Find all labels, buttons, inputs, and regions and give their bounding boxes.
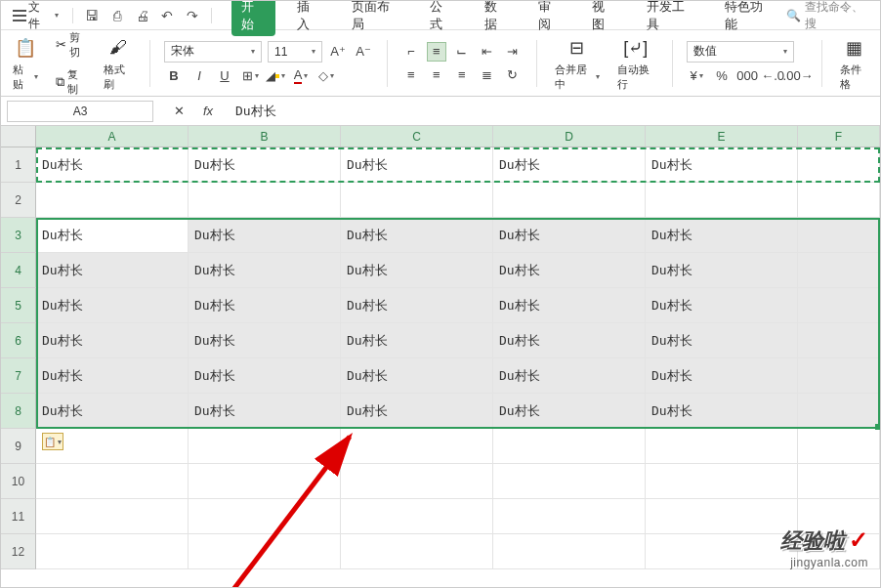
cell[interactable] (646, 534, 798, 569)
wrap-text-button[interactable]: [⤶] 自动换行 (613, 33, 659, 94)
cell[interactable] (646, 464, 798, 499)
cell[interactable]: Du村长 (36, 218, 189, 253)
cell[interactable]: Du村长 (189, 288, 341, 323)
underline-button[interactable]: U (215, 66, 234, 86)
percent-button[interactable]: % (712, 66, 732, 86)
cell[interactable] (341, 183, 493, 218)
italic-button[interactable]: I (189, 66, 209, 86)
row-header[interactable]: 1 (1, 147, 36, 183)
cell[interactable] (189, 534, 341, 569)
col-header-C[interactable]: C (341, 126, 493, 147)
cell[interactable] (189, 429, 341, 464)
tab-data[interactable]: 数据 (477, 0, 517, 37)
fill-color-button[interactable]: ◢▾ (266, 66, 285, 86)
cell[interactable] (798, 218, 880, 253)
formula-input[interactable]: Du村长 (228, 103, 880, 120)
fx-icon[interactable]: fx (198, 102, 218, 121)
cell[interactable]: Du村长 (493, 147, 646, 183)
cell[interactable] (36, 499, 189, 534)
format-painter-button[interactable]: 🖌 格式刷 (100, 33, 136, 94)
cell[interactable]: Du村长 (341, 358, 493, 394)
merge-center-button[interactable]: ⊟ 合并居中▾ (551, 33, 604, 94)
cell[interactable]: Du村长 (341, 147, 493, 183)
cell[interactable]: Du村长 (341, 253, 493, 288)
tab-features[interactable]: 特色功能 (717, 0, 782, 37)
redo-icon[interactable]: ↷ (182, 5, 203, 26)
copy-button[interactable]: ⧉复制 (52, 65, 90, 99)
col-header-A[interactable]: A (36, 126, 189, 147)
row-header[interactable]: 3 (1, 218, 36, 253)
increase-decimal-icon[interactable]: ←.0 (763, 66, 782, 86)
cell[interactable] (646, 499, 798, 534)
cell[interactable]: Du村长 (493, 253, 646, 288)
decrease-indent-icon[interactable]: ⇤ (478, 42, 497, 62)
tab-dev-tools[interactable]: 开发工具 (639, 0, 704, 37)
cell[interactable] (798, 147, 880, 183)
row-header[interactable]: 9 (1, 429, 36, 464)
clear-format-icon[interactable]: ◇▾ (316, 66, 336, 86)
cell[interactable]: Du村长 (189, 358, 341, 394)
cell[interactable] (493, 499, 646, 534)
cell[interactable] (798, 464, 880, 499)
cell[interactable] (36, 534, 189, 569)
print-icon[interactable]: 🖨 (132, 5, 153, 26)
row-header[interactable]: 4 (1, 253, 36, 288)
orientation-icon[interactable]: ↻ (503, 65, 523, 85)
row-header[interactable]: 6 (1, 323, 36, 358)
cell[interactable]: Du村长 (189, 394, 341, 429)
align-middle-icon[interactable]: ≡ (427, 42, 446, 62)
cell[interactable] (341, 429, 493, 464)
align-top-icon[interactable]: ⌐ (401, 42, 421, 62)
name-box[interactable]: A3 (7, 101, 153, 122)
cell[interactable]: Du村长 (646, 323, 798, 358)
tab-review[interactable]: 审阅 (530, 0, 570, 37)
increase-font-icon[interactable]: A⁺ (328, 42, 348, 62)
cell[interactable]: Du村长 (341, 394, 493, 429)
cell[interactable]: Du村长 (36, 358, 189, 394)
decrease-font-icon[interactable]: A⁻ (354, 42, 373, 62)
cell[interactable] (798, 358, 880, 394)
number-format-select[interactable]: 数值▾ (687, 41, 794, 63)
cell[interactable] (189, 464, 341, 499)
row-header[interactable]: 10 (1, 464, 36, 499)
cell[interactable]: Du村长 (493, 288, 646, 323)
cell[interactable]: Du村长 (189, 147, 341, 183)
align-right-icon[interactable]: ≡ (452, 65, 472, 85)
cell[interactable] (36, 183, 189, 218)
row-header[interactable]: 11 (1, 499, 36, 534)
tab-start[interactable]: 开始 (231, 0, 275, 36)
cell[interactable] (798, 429, 880, 464)
align-bottom-icon[interactable]: ⌙ (452, 42, 472, 62)
cell[interactable] (341, 464, 493, 499)
currency-button[interactable]: ¥▾ (687, 66, 706, 86)
cell[interactable] (798, 183, 880, 218)
cancel-fx-icon[interactable]: ✕ (169, 102, 189, 121)
cell[interactable] (646, 183, 798, 218)
comma-button[interactable]: 000 (737, 66, 757, 86)
cell[interactable]: Du村长 (36, 323, 189, 358)
cell[interactable] (341, 534, 493, 569)
paste-button[interactable]: 📋 粘贴▾ (9, 33, 42, 94)
cell[interactable]: Du村长 (493, 218, 646, 253)
cell[interactable]: Du村长 (493, 323, 646, 358)
tab-page-layout[interactable]: 页面布局 (344, 0, 409, 37)
cell[interactable]: Du村长 (36, 253, 189, 288)
justify-icon[interactable]: ≣ (478, 65, 497, 85)
cell[interactable] (493, 534, 646, 569)
save-icon[interactable]: 🖫 (81, 5, 103, 26)
cell[interactable]: Du村长 (341, 288, 493, 323)
cell[interactable]: Du村长 (493, 358, 646, 394)
cell[interactable]: Du村长 (189, 253, 341, 288)
cell[interactable]: Du村长 (341, 218, 493, 253)
select-all-corner[interactable] (1, 126, 36, 147)
cell[interactable]: Du村长 (36, 394, 189, 429)
cell[interactable]: Du村长 (189, 323, 341, 358)
font-size-select[interactable]: 11▾ (268, 41, 322, 63)
cell[interactable]: Du村长 (36, 288, 189, 323)
cell[interactable] (36, 464, 189, 499)
col-header-F[interactable]: F (798, 126, 880, 147)
col-header-D[interactable]: D (493, 126, 646, 147)
font-color-button[interactable]: A▾ (291, 66, 311, 86)
cell[interactable]: Du村长 (493, 394, 646, 429)
paste-options-button[interactable]: 📋 (42, 433, 63, 450)
